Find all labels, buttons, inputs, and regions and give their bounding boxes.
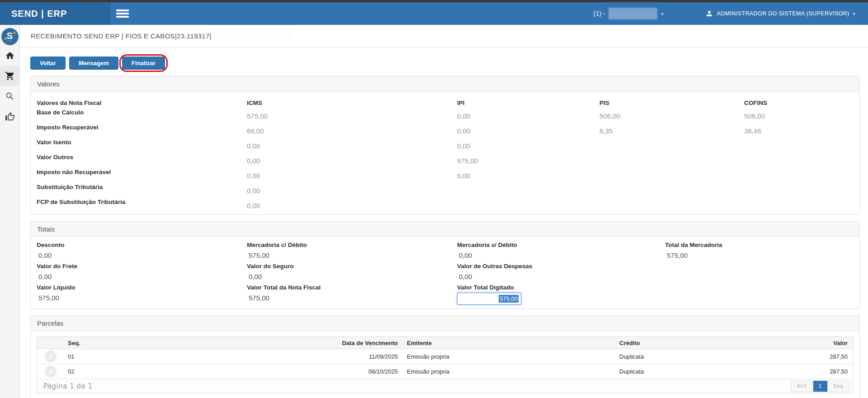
totais-grid: Desconto Mercadoria c/ Débito Mercadoria… (31, 237, 859, 308)
sidebar-item-search[interactable] (0, 86, 20, 106)
column-header-credito: Crédito (616, 340, 819, 346)
logo-subtext: erp (7, 40, 12, 42)
user-icon (705, 9, 713, 18)
column-header: Valores da Nota Fiscal (37, 100, 247, 106)
totais-panel: Totais Desconto Mercadoria c/ Débito Mer… (30, 221, 860, 309)
sidebar-item-home[interactable] (0, 45, 20, 66)
search-icon (5, 91, 15, 101)
company-selector[interactable]: (1) - ▾ (594, 8, 664, 19)
thumbs-up-icon (5, 112, 15, 122)
column-header-seq: Seq. (64, 340, 317, 346)
column-header-pis: PIS (599, 100, 744, 106)
breadcrumb-text: RECEBIMENTO SEND ERP | FIOS E CABOS|23.1… (31, 32, 212, 40)
pencil-icon (48, 354, 54, 360)
table-row: Base de Cálculo 575,00 0,00 506,00 506,0… (31, 106, 859, 121)
table-row: Valor Outros 0,00 575,00 (31, 151, 859, 166)
table-row: FCP de Substituição Tributária 0,00 (31, 196, 859, 211)
sidebar: S erp (0, 25, 20, 398)
table-row: 02 08/10/2025 Emissão propria Duplicata … (37, 364, 853, 379)
caret-down-icon: ▾ (661, 11, 663, 16)
page-info: Página 1 de 1 (37, 382, 93, 390)
pagination-page-1-button[interactable]: 1 (813, 381, 828, 392)
app-title: SEND | ERP (0, 2, 111, 25)
voltar-button[interactable]: Voltar (30, 57, 66, 70)
user-menu[interactable]: ADMINISTRADOR DO SISTEMA (SUPERVISOR) ▾ (705, 9, 856, 18)
totais-panel-title: Totais (31, 222, 859, 237)
table-row: Valor Isento 0,00 0,00 (31, 136, 859, 151)
parcelas-panel-title: Parcelas (31, 316, 859, 331)
parcelas-header-row: Seq. Data de Vencimento Emitente Crédito… (37, 337, 853, 349)
column-header-emitente: Emitente (403, 340, 616, 346)
sidebar-item-approve[interactable] (0, 106, 20, 127)
logo-letter: S (7, 32, 13, 40)
company-prefix: (1) - (594, 10, 605, 17)
table-row: Imposto não Recuperável 0,00 0,00 (31, 166, 859, 181)
parcelas-panel: Parcelas Seq. Data de Vencimento Emitent… (30, 315, 860, 398)
column-header-ipi: IPI (457, 100, 599, 106)
finalizar-button[interactable]: Finalizar (122, 57, 165, 70)
column-header-vencimento: Data de Vencimento (317, 340, 403, 346)
edit-parcela-button[interactable] (45, 365, 57, 377)
pencil-icon (48, 369, 54, 374)
breadcrumb: RECEBIMENTO SEND ERP | FIOS E CABOS|23.1… (20, 25, 868, 47)
home-icon (5, 51, 15, 61)
main-area: S erp RECEBIMENTO SEND ERP | FIOS E CABO… (0, 25, 868, 398)
table-footer: Página 1 de 1 Ant 1 Seg (37, 379, 853, 393)
redacted-company-name (609, 8, 657, 19)
sidebar-item-purchases[interactable] (0, 66, 20, 86)
topbar: SEND | ERP (1) - ▾ ADMINISTRADOR DO SIST… (0, 2, 868, 25)
app-logo[interactable]: S erp (1, 28, 19, 45)
toolbar: Voltar Mensagem Finalizar (30, 57, 868, 70)
column-header-cofins: COFINS (744, 100, 854, 106)
finalizar-highlight-annotation: Finalizar (122, 57, 165, 70)
page-content: RECEBIMENTO SEND ERP | FIOS E CABOS|23.1… (20, 25, 868, 398)
valores-panel: Valores Valores da Nota Fiscal ICMS IPI … (30, 76, 860, 215)
edit-parcela-button[interactable] (45, 351, 57, 362)
table-row: 01 11/09/2025 Emissão propria Duplicata … (37, 349, 853, 364)
table-row: Imposto Recuperável 69,00 0,00 8,35 38,4… (31, 121, 859, 136)
hamburger-menu-icon[interactable] (116, 6, 135, 21)
valores-panel-title: Valores (31, 76, 859, 92)
parcelas-table: Seq. Data de Vencimento Emitente Crédito… (37, 336, 854, 393)
input-selected-text: 575,00 (499, 295, 519, 303)
valor-total-digitado-input[interactable]: 575,00 (457, 293, 521, 305)
pagination-prev-button[interactable]: Ant (792, 381, 813, 392)
redacted-text (212, 31, 293, 42)
valores-header-row: Valores da Nota Fiscal ICMS IPI PIS COFI… (31, 94, 859, 106)
pagination-next-button[interactable]: Seg (827, 381, 849, 392)
mensagem-button[interactable]: Mensagem (69, 57, 118, 70)
topbar-right: (1) - ▾ ADMINISTRADOR DO SISTEMA (SUPERV… (594, 8, 868, 19)
pagination: Ant 1 Seg (791, 380, 849, 392)
caret-down-icon: ▾ (853, 11, 855, 16)
user-name: ADMINISTRADOR DO SISTEMA (SUPERVISOR) (717, 10, 849, 17)
cart-icon (5, 71, 15, 81)
table-row: Substituição Tributária 0,00 (31, 181, 859, 196)
column-header-icms: ICMS (247, 100, 457, 106)
valores-table: Valores da Nota Fiscal ICMS IPI PIS COFI… (31, 92, 859, 214)
column-header-valor: Valor (819, 340, 853, 346)
